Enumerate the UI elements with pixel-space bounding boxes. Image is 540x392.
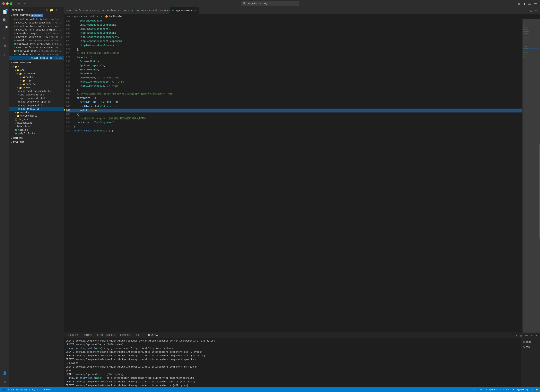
breadcrumb-src[interactable]: src: [66, 15, 71, 18]
tree-main-ts[interactable]: TS main.ts: [9, 128, 64, 132]
open-file-service-test-service-ts[interactable]: TS service-test.service.ts src/app/compo…: [9, 49, 64, 53]
tree-app[interactable]: ▼ 📁 app: [9, 68, 64, 72]
new-file-button[interactable]: ⊕: [45, 9, 49, 12]
layout-button[interactable]: ⊞: [517, 2, 521, 5]
open-file-service-test-component-ts[interactable]: TS service-test.component.ts src/app/com…: [9, 53, 64, 56]
tree-app-component-css[interactable]: # app.component.css: [9, 93, 64, 97]
code-line-140: 140 provide: HTTP_INTERCEPTORS,: [66, 100, 522, 105]
tab-app-module[interactable]: TS app.module.ts ✕: [170, 7, 199, 14]
open-file-checkbox-html[interactable]: ◇ checkbox.component.html src/com...: [9, 35, 64, 39]
tree-app-component-html[interactable]: ◇ app.component.html: [9, 97, 64, 100]
tab-ports[interactable]: PORTS: [134, 333, 145, 338]
status-run-tests[interactable]: ▷ Run Testcases: [8, 388, 27, 391]
terminal-content[interactable]: CREATE src/app/components/http-client/ht…: [64, 338, 520, 387]
sidebar-header: EXPLORER ⊕ 📁 ↺ ⋯: [9, 7, 64, 13]
open-file-reactive-form-builder-html[interactable]: ◇ reactive-form-builder.component.html .…: [9, 28, 64, 32]
maximize-button[interactable]: [10, 2, 12, 5]
open-file-reactive-form-array-html[interactable]: ◇ reactive-form-array.component.html sr.…: [9, 46, 64, 49]
panel-toggle-button[interactable]: ▬: [527, 2, 532, 5]
split-terminal-button[interactable]: ⊞: [519, 333, 523, 337]
terminal-node[interactable]: ⬡ node: [521, 340, 539, 344]
breadcrumb-class[interactable]: AppModule: [109, 15, 122, 18]
status-language[interactable]: TypeScript: [517, 388, 530, 391]
timeline-section[interactable]: ▼ TIMELINE: [9, 141, 64, 145]
activity-source-control[interactable]: ⑂ 1: [1, 25, 9, 33]
activity-settings[interactable]: ⚙: [1, 378, 9, 386]
close-button[interactable]: [2, 2, 5, 5]
minimize-button[interactable]: [6, 2, 9, 5]
open-file-reactive-validation-ts[interactable]: TS reactive-validation.component.ts src/…: [9, 18, 64, 21]
open-file-reactive-form-array-ts[interactable]: TS reactive-form-array.component.ts src/…: [9, 42, 64, 46]
tab-debug-console[interactable]: DEBUG CONSOLE: [95, 333, 118, 338]
activity-search[interactable]: 🔍: [1, 16, 9, 24]
more-actions-button[interactable]: ⋯: [534, 9, 538, 13]
tab-service-test-service[interactable]: TS service-test.service.ts: [99, 7, 135, 14]
status-errors[interactable]: ⚠ 0 △ 0: [29, 388, 38, 391]
status-layout-icon[interactable]: ⊞: [532, 388, 533, 391]
activity-explorer[interactable]: 📄 4: [1, 8, 9, 16]
open-file-my-validators-ts[interactable]: TS myValidators.ts src/app/components/fo…: [9, 39, 64, 42]
tree-environments[interactable]: ▼ 📁 environments: [9, 114, 64, 118]
search-bar[interactable]: 🔍 angular-study: [241, 1, 299, 6]
tab-output[interactable]: OUTPUT: [82, 333, 95, 338]
close-icon[interactable]: ✕: [29, 57, 31, 59]
open-editors-section[interactable]: ▼ OPEN EDITORS 4 unsaved: [9, 13, 64, 18]
code-editor[interactable]: 120 SearchComponent, 121 ChainedRequests…: [64, 19, 522, 332]
activity-account[interactable]: 👤: [1, 369, 9, 377]
tree-shared[interactable]: ▼ 📁 shared: [9, 86, 64, 90]
tree-db-json[interactable]: {} db.json: [9, 118, 64, 121]
status-position[interactable]: Ln 142, Col 15: [469, 388, 487, 391]
code-line-147: 147 export class AppModule { }: [66, 129, 522, 133]
add-terminal-button[interactable]: +: [515, 333, 518, 337]
collapse-button[interactable]: ⋯: [58, 9, 62, 12]
new-folder-button[interactable]: 📁: [49, 9, 53, 12]
tab-comments[interactable]: COMMENTS: [118, 333, 134, 338]
tree-service[interactable]: ▼ 📁 service: [9, 83, 64, 86]
tree-index-html[interactable]: ◇ index.html: [9, 125, 64, 128]
status-line-ending[interactable]: LF: [512, 388, 514, 391]
activity-run[interactable]: ▷: [1, 34, 9, 41]
more-panel-actions[interactable]: ⋯: [524, 333, 529, 337]
tree-rxjs[interactable]: ▼ 📁 rxjs: [9, 79, 64, 83]
open-file-reactive-form-builder-ts[interactable]: TS reactive-form-builder.component.ts sr…: [9, 25, 64, 28]
close-panel-button[interactable]: ✕: [535, 333, 538, 337]
activity-extensions[interactable]: ⊞: [1, 42, 9, 50]
lightbulb-icon[interactable]: 💡: [64, 109, 65, 112]
tree-app-component-ts[interactable]: TS app.component.ts: [9, 104, 64, 107]
project-section[interactable]: ▼ ANGULAR-STUDY: [9, 61, 64, 65]
activity-toggle-button[interactable]: ⋯: [533, 2, 538, 5]
status-encoding[interactable]: UTF-8: [503, 388, 510, 391]
tree-src[interactable]: ▼ 📁 src: [9, 65, 64, 68]
terminal-zsh[interactable]: ⬡ zsh: [521, 345, 539, 349]
status-spaces[interactable]: Spaces: 2: [489, 388, 501, 391]
tree-polyfills-ts[interactable]: TS polyfills.ts: [9, 132, 64, 135]
tree-app-component-spec[interactable]: TS app.component.spec.ts: [9, 100, 64, 104]
status-remote[interactable]: ⊹: [2, 388, 6, 391]
nav-back-button[interactable]: ←: [16, 1, 22, 6]
split-editor-button[interactable]: ⊞: [529, 9, 533, 13]
timeline-label: TIMELINE: [13, 141, 24, 144]
tree-favicon-ico[interactable]: ★ favicon.ico: [9, 121, 64, 125]
sidebar-toggle-button[interactable]: ▮: [523, 2, 526, 5]
refresh-button[interactable]: ↺: [54, 9, 57, 12]
tree-route[interactable]: ▼ 📁 route: [9, 75, 64, 79]
nav-forward-button[interactable]: →: [22, 1, 28, 6]
breadcrumb-app[interactable]: app: [74, 15, 78, 18]
tab-service-test-component[interactable]: TS service-test.component.ts: [135, 7, 170, 14]
maximize-panel-button[interactable]: ∧: [530, 333, 533, 337]
status-notifications[interactable]: 🔔: [536, 388, 538, 391]
tab-problems[interactable]: PROBLEMS: [66, 333, 82, 338]
tab-terminal[interactable]: TERMINAL: [145, 333, 161, 338]
tree-app-routing-module[interactable]: TS app-routing.module.ts: [9, 90, 64, 93]
tree-components[interactable]: ▼ 📁 components: [9, 72, 64, 75]
activity-remote[interactable]: ⊹: [1, 51, 9, 59]
open-file-reactive-validation-html[interactable]: ◇ reactive-validation.component.html src…: [9, 21, 64, 25]
outline-section[interactable]: ▼ OUTLINE: [9, 136, 64, 141]
tab-active-form-array[interactable]: ◇ active-form-array.component.html: [64, 7, 99, 14]
tree-app-module-ts[interactable]: TS app.module.ts: [9, 107, 64, 111]
breadcrumb-file[interactable]: app.module.ts: [84, 15, 102, 18]
open-file-checkbox-ts[interactable]: TS checkbox.component.ts src/app/compon.…: [9, 32, 64, 35]
tab-close-button[interactable]: ✕: [195, 9, 197, 12]
tree-assets[interactable]: ▼ 📁 assets: [9, 111, 64, 114]
open-file-app-module-ts[interactable]: ✕ TS app.module.ts src/app: [9, 56, 64, 60]
